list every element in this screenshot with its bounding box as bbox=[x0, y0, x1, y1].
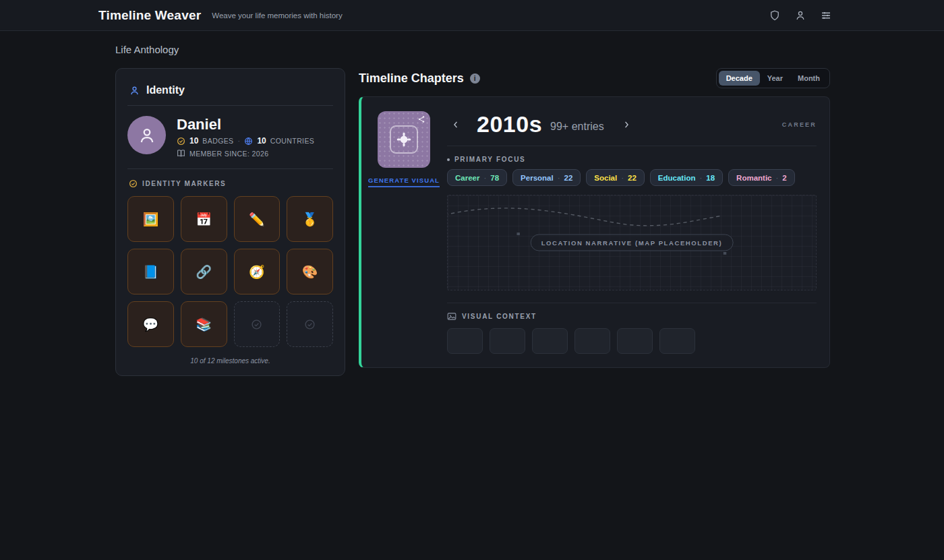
bullet-icon bbox=[447, 158, 450, 161]
visual-context-thumbnails bbox=[447, 328, 817, 354]
thumbnail-placeholder bbox=[574, 328, 610, 354]
timeline-title: Timeline Chapters bbox=[359, 71, 464, 86]
chapter-entries: 99+ entries bbox=[550, 121, 604, 133]
chevron-right-icon[interactable] bbox=[618, 116, 635, 133]
countries-count: 10 bbox=[257, 136, 266, 146]
milestone-check-icon bbox=[129, 179, 138, 188]
thumbnail-placeholder bbox=[617, 328, 653, 354]
milestones-caption: 10 of 12 milestones active. bbox=[127, 357, 333, 365]
map-label: LOCATION NARRATIVE (MAP PLACEHOLDER) bbox=[531, 235, 734, 251]
chapter-period: 2010s bbox=[477, 111, 542, 137]
primary-focus-header: PRIMARY FOCUS bbox=[447, 156, 817, 163]
milestone-emoji: ✏️ bbox=[249, 212, 265, 227]
view-option-decade[interactable]: Decade bbox=[719, 71, 760, 86]
page-body: Life Anthology Identity Daniel bbox=[0, 31, 944, 376]
chapter-art-placeholder[interactable] bbox=[378, 111, 430, 168]
thumbnail-placeholder bbox=[659, 328, 695, 354]
focus-chip-personal[interactable]: Personal · 22 bbox=[512, 169, 581, 186]
image-icon bbox=[447, 312, 456, 321]
timeline-section: Timeline Chapters i Decade Year Month bbox=[359, 68, 830, 368]
avatar-person-icon bbox=[136, 125, 158, 146]
focus-chips: Career · 78 Personal · 22 Social · 2 bbox=[447, 169, 817, 186]
profile-name: Daniel bbox=[177, 117, 314, 132]
identity-markers-grid: 🖼️ 📅 ✏️ 🥇 📘 🔗 🧭 🎨 💬 📚 bbox=[127, 196, 333, 347]
profile-stats: 10 BADGES · 10 COUNTRIES bbox=[177, 136, 314, 146]
milestone-cell[interactable]: 🥇 bbox=[287, 196, 333, 242]
info-icon[interactable]: i bbox=[470, 73, 480, 84]
thumbnail-placeholder bbox=[447, 328, 483, 354]
milestone-cell[interactable]: 💬 bbox=[127, 301, 174, 347]
identity-markers-title: IDENTITY MARKERS bbox=[142, 180, 226, 187]
profile-block: Daniel 10 BADGES · 10 COUNTRIES bbox=[127, 116, 333, 158]
visual-context-divider bbox=[447, 303, 817, 303]
app-subtitle: Weave your life memories with history bbox=[212, 11, 342, 20]
focus-chip-education[interactable]: Education · 18 bbox=[650, 169, 723, 186]
focus-icon bbox=[395, 131, 413, 148]
profile-info: Daniel 10 BADGES · 10 COUNTRIES bbox=[177, 116, 314, 158]
badges-label: BADGES bbox=[202, 137, 233, 145]
primary-focus-title: PRIMARY FOCUS bbox=[454, 156, 525, 163]
badge-check-icon bbox=[177, 137, 185, 146]
milestone-cell[interactable]: 📅 bbox=[181, 196, 227, 242]
milestone-cell[interactable]: 📘 bbox=[127, 249, 174, 294]
focus-frame bbox=[390, 125, 418, 154]
stats-separator: · bbox=[238, 137, 241, 145]
generate-visual-button[interactable]: GENERATE VISUAL bbox=[368, 177, 440, 187]
milestone-cell[interactable]: 🖼️ bbox=[127, 196, 174, 242]
countries-label: COUNTRIES bbox=[270, 137, 314, 145]
member-since-row: MEMBER SINCE: 2026 bbox=[177, 149, 314, 158]
chapter-head-row: 2010s 99+ entries CAREER bbox=[447, 111, 817, 137]
milestone-emoji: 📚 bbox=[196, 317, 212, 332]
view-option-year[interactable]: Year bbox=[760, 71, 790, 86]
user-icon[interactable] bbox=[790, 5, 810, 26]
book-icon bbox=[177, 149, 185, 158]
identity-markers-header: IDENTITY MARKERS bbox=[129, 179, 333, 188]
milestone-emoji: 🥇 bbox=[302, 212, 318, 227]
top-bar: Timeline Weaver Weave your life memories… bbox=[0, 0, 944, 31]
view-option-month[interactable]: Month bbox=[790, 71, 827, 86]
shield-icon[interactable] bbox=[765, 5, 785, 26]
share-nodes-icon bbox=[417, 115, 425, 123]
map-placeholder: LOCATION NARRATIVE (MAP PLACEHOLDER) bbox=[447, 195, 817, 290]
visual-context-title: VISUAL CONTEXT bbox=[462, 313, 537, 320]
empty-check-icon bbox=[251, 319, 262, 330]
empty-check-icon bbox=[304, 319, 316, 330]
milestone-emoji: 🖼️ bbox=[143, 212, 159, 227]
chapter-corner-tag: CAREER bbox=[782, 121, 817, 128]
globe-icon bbox=[244, 137, 253, 146]
sliders-icon[interactable] bbox=[816, 5, 836, 26]
chapter-divider bbox=[447, 146, 817, 146]
focus-chip-social[interactable]: Social · 22 bbox=[586, 169, 645, 186]
generate-visual-column: GENERATE VISUAL bbox=[378, 111, 430, 354]
milestone-emoji: 🧭 bbox=[249, 264, 265, 280]
chevron-left-icon[interactable] bbox=[447, 116, 465, 133]
milestone-cell[interactable]: 📚 bbox=[181, 301, 227, 347]
chapter-content: 2010s 99+ entries CAREER PRIMARY FOCUS bbox=[447, 111, 817, 354]
milestone-cell[interactable]: 🎨 bbox=[287, 249, 333, 294]
milestone-cell-empty bbox=[234, 301, 281, 347]
breadcrumb: Life Anthology bbox=[115, 44, 830, 55]
view-switcher: Decade Year Month bbox=[716, 68, 830, 88]
milestone-emoji: 🎨 bbox=[302, 264, 318, 280]
identity-card-header: Identity bbox=[127, 80, 333, 106]
chapter-card: GENERATE VISUAL 2010s 99+ entries CAREER bbox=[359, 96, 830, 368]
member-since-text: MEMBER SINCE: 2026 bbox=[189, 150, 269, 158]
focus-chip-romantic[interactable]: Romantic · 2 bbox=[728, 169, 795, 186]
identity-divider bbox=[127, 168, 333, 169]
milestone-cell[interactable]: 🧭 bbox=[234, 249, 281, 294]
milestone-emoji: 📘 bbox=[143, 264, 159, 280]
timeline-header: Timeline Chapters i Decade Year Month bbox=[359, 68, 830, 88]
milestone-cell[interactable]: 🔗 bbox=[181, 249, 227, 294]
badges-count: 10 bbox=[189, 136, 198, 146]
milestone-emoji: 💬 bbox=[143, 317, 159, 332]
avatar bbox=[127, 116, 166, 154]
focus-chip-career[interactable]: Career · 78 bbox=[447, 169, 507, 186]
milestone-cell[interactable]: ✏️ bbox=[234, 196, 281, 242]
visual-context-header: VISUAL CONTEXT bbox=[447, 312, 817, 321]
app-title: Timeline Weaver bbox=[98, 8, 201, 23]
milestone-emoji: 🔗 bbox=[196, 264, 212, 280]
person-icon bbox=[129, 85, 140, 96]
identity-card: Identity Daniel 10 BADGES bbox=[115, 68, 345, 376]
thumbnail-placeholder bbox=[490, 328, 525, 354]
milestone-cell-empty bbox=[287, 301, 333, 347]
